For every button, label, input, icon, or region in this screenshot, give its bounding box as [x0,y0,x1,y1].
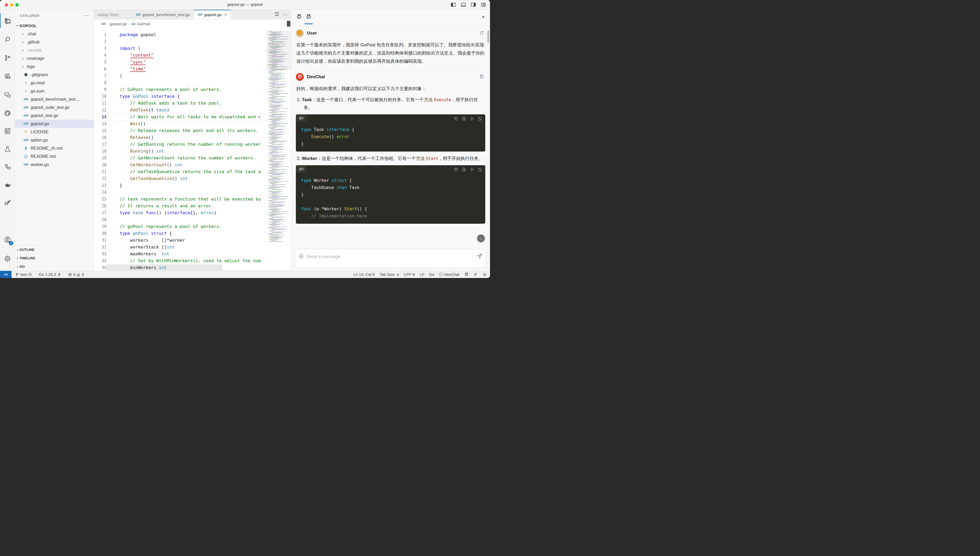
customize-layout-icon[interactable] [481,2,486,9]
file-item-logo[interactable]: ›logo [15,63,94,71]
split-editor-icon[interactable] [274,11,279,18]
language-mode-item[interactable]: Go [429,272,434,277]
explorer-section-gopool[interactable]: › GOPOOL [15,21,94,30]
code-line-19[interactable]: 19 // GetWorkerCount returns the number … [94,155,266,162]
activity-github-icon[interactable] [0,106,15,120]
file-item--vscode[interactable]: ›.vscode [15,46,94,54]
feedback-icon[interactable] [474,273,478,277]
code-line-35[interactable]: 35 minWorkers int [94,264,266,271]
code-line-17[interactable]: 17 // GetRunning returns the number of r… [94,141,266,148]
chat-input-box[interactable]: Send a message. [295,249,486,268]
activity-source-control-icon[interactable] [0,50,15,65]
tab-size-item[interactable]: Tab Size: 4 [379,272,399,277]
code-line-1[interactable]: 1package gopool [94,31,266,38]
close-panel-icon[interactable]: × [481,14,485,20]
devchat-tab-icon[interactable] [296,13,302,21]
code-line-24[interactable]: 24 [94,189,266,196]
remote-indicator[interactable]: >< [0,271,11,278]
tab-gopool-benchmark-test[interactable]: ≡GO gopool_benchmark_test.go [132,10,194,19]
section-outline[interactable]: ›OUTLINE [15,245,94,254]
code-line-2[interactable]: 2 [94,38,266,45]
activity-settings-icon[interactable] [0,251,15,266]
insert-code-icon[interactable] [470,167,474,173]
notifications-bell-icon[interactable] [483,273,487,277]
copy-code-icon[interactable] [454,167,459,173]
file-item-worker-go[interactable]: ≡GOworker.go [15,160,94,169]
breadcrumb[interactable]: ≡GO gopool.go › ⊶ GoPool [94,19,291,28]
encoding-item[interactable]: UTF-8 [404,272,415,277]
code-line-7[interactable]: 7) [94,73,266,79]
file-item-go-mod[interactable]: ≡go.mod [15,79,94,87]
activity-references-icon[interactable] [0,159,15,174]
go-version-item[interactable]: Go 1.20.3 [39,272,61,277]
code-line-34[interactable]: 34 // Set by WithMinWorkers(), used to a… [94,257,266,264]
code-line-31[interactable]: 31 workers []*worker [94,237,266,244]
file-item-readme-zh-md[interactable]: ⬇README_zh.md [15,144,94,152]
code-line-10[interactable]: 10type GoPool interface { [94,93,266,100]
close-tab-icon[interactable]: × [224,12,227,17]
chat-scrollbar[interactable] [488,30,489,43]
file-item-go-sum[interactable]: ≡go.sum [15,87,94,95]
toggle-secondary-sidebar-icon[interactable] [470,2,476,9]
file-item-readme-md[interactable]: README.md [15,152,94,160]
new-file-icon[interactable] [462,167,466,173]
activity-testing-icon[interactable] [0,69,15,84]
activity-comments-icon[interactable] [0,87,15,102]
new-file-icon[interactable] [462,116,466,122]
copy-code-icon[interactable] [454,116,459,122]
scroll-to-bottom-button[interactable]: ↓ [477,234,485,242]
code-line-3[interactable]: 3import ( [94,45,266,52]
code-line-12[interactable]: 12 AddTask(t task) [94,107,266,113]
code-line-22[interactable]: 22 GetTaskQueueSize() int [94,175,266,182]
toggle-sidebar-icon[interactable] [450,2,456,9]
code-line-5[interactable]: 5 "sync" [94,59,266,66]
code-line-16[interactable]: 16 Release() [94,134,266,141]
eol-item[interactable]: LF [420,272,425,277]
editor-more-actions-icon[interactable]: ⋯ [283,12,288,18]
activity-docker-icon[interactable] [0,177,15,192]
code-line-21[interactable]: 21 // GetTaskQueueSize returns the size … [94,168,266,175]
code-line-4[interactable]: 4 "context" [94,52,266,59]
code-line-33[interactable]: 33 maxWorkers int [94,251,266,257]
devchat-rabbit-icon[interactable] [464,272,469,277]
code-line-32[interactable]: 32 workerStack []int [94,244,266,251]
file-item-gopool-suite-test-go[interactable]: ≡GOgopool_suite_test.go [15,103,94,112]
code-line-20[interactable]: 20 GetWorkerCount() int [94,162,266,168]
code-line-13[interactable]: 13 // Wait waits for all tasks to be dis… [94,113,266,120]
devchat-tab-icon-active[interactable] [305,13,312,21]
apply-diff-icon[interactable] [478,167,482,173]
cursor-position-item[interactable]: Ln 13, Col 6 [354,272,375,277]
problems-item[interactable]: 0 0 [68,272,84,277]
apply-diff-icon[interactable] [478,116,482,122]
insert-code-icon[interactable] [470,116,474,122]
activity-run-debug-icon[interactable] [0,195,15,210]
file-item-coverage[interactable]: ›coverage [15,54,94,63]
code-line-29[interactable]: 29// goPool represents a pool of workers… [94,223,266,230]
file-item--chat[interactable]: ›.chat [15,30,94,38]
section-go[interactable]: ›GO [15,262,94,271]
section-timeline[interactable]: ›TIMELINE [15,254,94,262]
explorer-more-actions-icon[interactable]: ⋯ [84,13,89,18]
editor-scrollbar[interactable] [287,21,290,27]
breadcrumb-file[interactable]: gopool.go [110,22,127,26]
file-item-option-go[interactable]: ≡GOoption.go [15,136,94,144]
file-item-gopool-test-go[interactable]: ≡GOgopool_test.go [15,112,94,120]
file-item-license[interactable]: LICENSE [15,128,94,136]
activity-accounts-icon[interactable]: 1 [0,232,15,247]
code-line-28[interactable]: 28 [94,217,266,223]
activity-extensions-icon[interactable] [0,124,15,138]
tab-gopool-go[interactable]: ≡GO gopool.go × [194,10,231,19]
tab-working-tree[interactable]: orking Tree) [94,10,132,19]
code-editor[interactable]: 1package gopool23import (4 "context"5 "s… [94,28,266,271]
activity-explorer-icon[interactable] [0,13,15,28]
git-branch-item[interactable]: test [15,272,32,277]
minimap-viewport[interactable] [266,31,291,70]
devchat-status-item[interactable]: ✓DevChat [439,272,459,277]
code-line-15[interactable]: 15 // Release releases the pool and all … [94,127,266,134]
code-line-14[interactable]: 14 Wait() [94,120,266,127]
regenerate-icon[interactable] [479,30,484,36]
breadcrumb-symbol[interactable]: GoPool [137,22,150,26]
code-line-27[interactable]: 27type task func() (interface{}, error) [94,210,266,217]
file-item-gopool-go[interactable]: ≡GOgopool.go [15,120,94,128]
minimap[interactable] [266,28,291,271]
